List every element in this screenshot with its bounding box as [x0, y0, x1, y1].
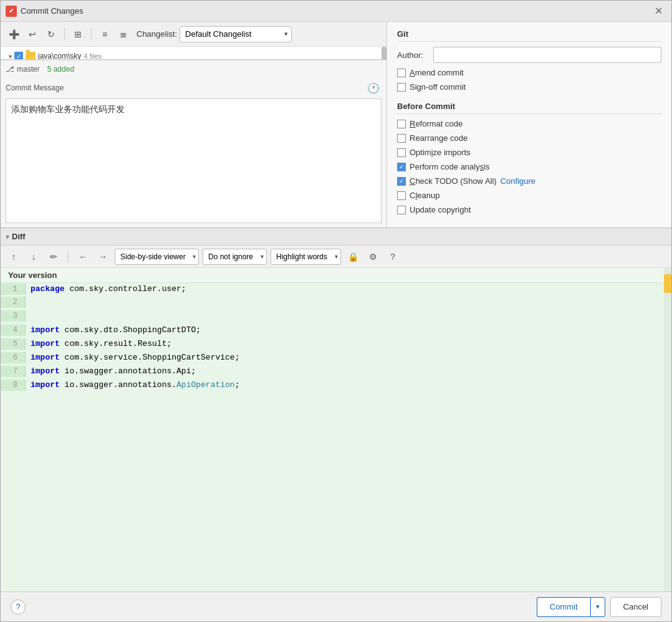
changelist-select[interactable]: Default Changelist [180, 26, 292, 42]
line-content-7: import io.swagger.annotations.Api; [26, 365, 671, 377]
diff-toolbar: ↑ ↓ ✏ ← → Side-by-side viewer Do not ign… [1, 246, 671, 268]
highlight-select-wrapper[interactable]: Highlight words [271, 249, 341, 265]
line-content-3 [26, 315, 671, 318]
cleanup-label: Cleanup [410, 191, 439, 200]
highlight-select[interactable]: Highlight words [271, 249, 341, 265]
action-buttons: Commit ▾ Cancel [537, 597, 661, 617]
diff-collapse-icon[interactable]: ▾ [6, 232, 9, 241]
code-line-6: 6 import com.sky.service.ShoppingCartSer… [1, 352, 671, 365]
line-num-3: 3 [1, 310, 26, 322]
diff-section-label: Diff [12, 232, 26, 241]
help-button[interactable]: ? [11, 600, 26, 615]
configure-link[interactable]: Configure [501, 176, 535, 186]
code-line-5: 5 import com.sky.result.Result; [1, 338, 671, 352]
group-button[interactable]: ⊞ [70, 26, 86, 42]
ignore-select-wrapper[interactable]: Do not ignore [203, 249, 267, 265]
refresh-button[interactable]: ↻ [43, 26, 59, 42]
line-num-8: 8 [1, 380, 26, 391]
collapse-all-button[interactable]: ≣ [115, 26, 132, 42]
check-todo-row: ✓ Check TODO (Show All) Configure [397, 176, 661, 186]
commit-msg-header: Commit Message 🕐 [6, 80, 382, 96]
edit-button[interactable]: ✏ [46, 249, 62, 265]
separator-1 [64, 28, 65, 41]
diff-sep-1 [68, 251, 69, 263]
file-tree-scroll-track [382, 47, 386, 59]
code-line-2: 2 [1, 297, 671, 310]
check-todo-checkbox[interactable]: ✓ [397, 177, 406, 186]
next-file-button[interactable]: → [95, 249, 111, 265]
line-num-5: 5 [1, 338, 26, 350]
right-panel: Git Author: Amend commit Sign-off commit [387, 22, 671, 227]
line-content-5: import com.sky.result.Result; [26, 338, 671, 350]
diff-version-label: Your version [1, 268, 671, 283]
viewer-select-wrapper[interactable]: Side-by-side viewer [115, 249, 199, 265]
add-button[interactable]: ➕ [6, 26, 22, 42]
optimize-label: Optimize imports [410, 148, 471, 157]
perform-analysis-label: Perform code analysis [410, 162, 490, 171]
rearrange-label: Rearrange code [410, 133, 468, 143]
git-section-title: Git [397, 29, 661, 42]
cleanup-checkbox[interactable] [397, 191, 406, 200]
rearrange-checkbox[interactable] [397, 134, 406, 143]
status-bar: ⎇ master 5 added [1, 60, 386, 77]
branch-indicator: ⎇ master [6, 65, 40, 74]
sign-off-checkbox[interactable] [397, 83, 406, 92]
sign-off-label: Sign-off commit [410, 82, 466, 92]
cancel-button[interactable]: Cancel [610, 597, 661, 617]
before-commit-title: Before Commit [397, 102, 661, 114]
line-content-1: package com.sky.controller.user; [26, 283, 671, 295]
left-panel-inner: ➕ ↩ ↻ ⊞ ≡ ≣ Changelist: Default Changeli… [1, 22, 386, 227]
lock-button[interactable]: 🔒 [345, 249, 361, 265]
line-num-6: 6 [1, 352, 26, 363]
code-line-1: 1 package com.sky.controller.user; [1, 283, 671, 297]
bottom-bar: ? Commit ▾ Cancel [1, 591, 671, 621]
branch-icon: ⎇ [6, 65, 14, 74]
close-button[interactable]: ✕ [651, 4, 666, 18]
checkbox-java-sky[interactable]: ✓ [14, 52, 23, 60]
file-tree-scroll-thumb[interactable] [382, 47, 386, 60]
help-diff-button[interactable]: ? [385, 249, 401, 265]
reformat-row: Reformat code [397, 119, 661, 128]
app-icon: ✔ [6, 6, 17, 17]
folder-icon-java-sky [26, 52, 36, 60]
diff-scrollbar [664, 268, 671, 591]
amend-commit-checkbox[interactable] [397, 69, 406, 77]
author-row: Author: [397, 47, 661, 63]
reformat-checkbox[interactable] [397, 120, 406, 128]
diff-header: ▾ Diff [1, 228, 671, 246]
update-copyright-row: Update copyright [397, 205, 661, 214]
commit-button[interactable]: Commit [537, 597, 590, 617]
prev-file-button[interactable]: ← [75, 249, 91, 265]
top-section: ➕ ↩ ↻ ⊞ ≡ ≣ Changelist: Default Changeli… [1, 22, 671, 227]
expand-all-button[interactable]: ≡ [97, 26, 113, 42]
update-copyright-checkbox[interactable] [397, 206, 406, 214]
history-button[interactable]: 🕐 [365, 80, 382, 96]
optimize-checkbox[interactable] [397, 148, 406, 157]
expand-icon: ▾ [6, 53, 14, 60]
separator-2 [91, 28, 92, 41]
next-change-button[interactable]: ↓ [26, 249, 42, 265]
prev-change-button[interactable]: ↑ [6, 249, 22, 265]
line-num-7: 7 [1, 366, 26, 377]
undo-button[interactable]: ↩ [24, 26, 41, 42]
viewer-select[interactable]: Side-by-side viewer [115, 249, 199, 265]
changelist-select-wrapper[interactable]: Default Changelist [180, 26, 292, 42]
settings-button[interactable]: ⚙ [365, 249, 381, 265]
commit-dropdown-button[interactable]: ▾ [590, 597, 605, 617]
perform-analysis-checkbox[interactable]: ✓ [397, 163, 406, 171]
perform-analysis-row: ✓ Perform code analysis [397, 162, 661, 171]
sign-off-row: Sign-off commit [397, 82, 661, 92]
line-content-2 [26, 302, 671, 304]
ignore-select[interactable]: Do not ignore [203, 249, 267, 265]
diff-code: 1 package com.sky.controller.user; 2 3 4… [1, 283, 671, 393]
commit-changes-window: ✔ Commit Changes ✕ ➕ ↩ ↻ ⊞ ≡ [0, 0, 672, 622]
file-tree[interactable]: ▾ ✓ java\com\sky 4 files ▾ ✓ controller\… [1, 47, 386, 60]
author-label: Author: [397, 50, 428, 60]
commit-message-input[interactable]: 添加购物车业务功能代码开发 [6, 98, 382, 223]
tree-item-java-sky[interactable]: ▾ ✓ java\com\sky 4 files [1, 49, 386, 60]
author-input[interactable] [433, 47, 661, 63]
commit-msg-label: Commit Message [6, 84, 64, 92]
diff-scrollbar-thumb[interactable] [664, 274, 671, 293]
count-java-sky: 4 files [84, 52, 102, 60]
title-bar: ✔ Commit Changes ✕ [1, 1, 671, 22]
